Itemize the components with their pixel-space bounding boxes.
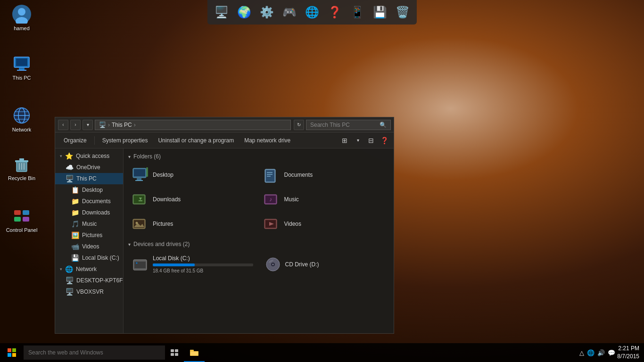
task-view-button[interactable]	[165, 343, 184, 362]
sidebar-label-desktop-kpt: DESKTOP-KPT6F75	[76, 277, 124, 284]
folder-documents-icon	[264, 166, 281, 183]
svg-rect-59	[175, 349, 178, 352]
folders-section-header[interactable]: ▾ Folders (6)	[128, 153, 389, 160]
file-explorer-taskbar-button[interactable]	[184, 343, 205, 362]
folder-music-label: Music	[284, 196, 299, 203]
view-dropdown-button[interactable]: ▾	[352, 135, 363, 146]
svg-rect-19	[14, 210, 21, 215]
sidebar-item-pictures[interactable]: 🖼️ Pictures	[55, 230, 123, 241]
sidebar-item-music[interactable]: 🎵 Music	[55, 218, 123, 230]
toolbar-network-icon[interactable]: 🌍	[234, 2, 255, 23]
system-properties-button[interactable]: System properties	[98, 136, 153, 145]
sidebar-item-desktop-kpt[interactable]: 🖥️ DESKTOP-KPT6F75	[55, 275, 123, 286]
toolbar-help-icon[interactable]: ❓	[324, 2, 345, 23]
toolbar-separator-1	[94, 136, 95, 145]
map-network-button[interactable]: Map network drive	[239, 136, 295, 145]
back-button[interactable]: ‹	[58, 120, 68, 130]
folder-item-music[interactable]: ♪ Music	[260, 188, 389, 211]
sidebar-desktop-kpt-icon: 🖥️	[66, 277, 74, 284]
clock-time: 2:21 PM	[617, 345, 639, 353]
desktop-icon-control-panel[interactable]: Control Panel	[5, 206, 39, 233]
dropdown-button[interactable]: ▾	[83, 120, 93, 130]
folder-desktop-label: Desktop	[153, 172, 173, 178]
sidebar-item-local-disk[interactable]: 💾 Local Disk (C:)	[55, 252, 123, 263]
sidebar-item-quick-access[interactable]: ▾ ⭐ Quick access	[55, 150, 123, 162]
drive-item-d[interactable]: CD Drive (D:)	[261, 251, 389, 277]
svg-rect-27	[146, 167, 148, 177]
sidebar-item-vboxsvr[interactable]: 🖥️ VBOXSVR	[55, 286, 123, 297]
svg-rect-60	[171, 353, 174, 356]
drive-d-info: CD Drive (D:)	[285, 261, 386, 268]
desktop-icon-this-pc[interactable]: This PC	[5, 54, 39, 81]
address-path[interactable]: 🖥️ › This PC ›	[95, 120, 291, 130]
svg-rect-22	[23, 217, 29, 222]
network-tray-icon[interactable]: 🌐	[587, 349, 594, 356]
folder-item-downloads[interactable]: Downloads	[128, 188, 258, 211]
sidebar-item-documents[interactable]: 📁 Documents	[55, 196, 123, 207]
toolbar-gamepad-icon[interactable]: 🎮	[279, 2, 300, 23]
folder-videos-icon	[264, 215, 281, 232]
folder-item-videos[interactable]: Videos	[260, 213, 389, 235]
sidebar-label-this-pc: This PC	[76, 175, 97, 182]
folder-videos-label: Videos	[284, 221, 301, 227]
path-thispc: This PC	[112, 122, 132, 128]
svg-rect-58	[171, 349, 174, 352]
clock-display[interactable]: 2:21 PM 8/7/2015	[617, 345, 639, 361]
desktop-icon-network[interactable]: Network	[5, 106, 39, 132]
toolbar-device-icon[interactable]: 📱	[347, 2, 368, 23]
desktop-icon-recycle-bin[interactable]: Recycle Bin	[5, 155, 39, 181]
sidebar-downloads-icon: 📁	[71, 209, 79, 216]
sidebar-local-disk-icon: 💾	[71, 254, 79, 262]
taskbar-search-input[interactable]	[24, 346, 165, 360]
show-hidden-icon[interactable]: △	[579, 349, 584, 356]
uninstall-button[interactable]: Uninstall or change a program	[153, 136, 239, 145]
sidebar-item-desktop[interactable]: 📋 Desktop	[55, 184, 123, 196]
svg-text:♪: ♪	[269, 196, 272, 203]
notification-icon[interactable]: 💬	[608, 349, 615, 356]
svg-rect-48	[134, 262, 146, 268]
help-button[interactable]: ❓	[379, 135, 390, 146]
sidebar-item-downloads[interactable]: 📁 Downloads	[55, 207, 123, 218]
toolbar-vpn-icon[interactable]: 🌐	[302, 2, 322, 23]
toolbar-monitor-icon[interactable]: 🖥️	[211, 2, 232, 23]
desktop-icon-user[interactable]: hamed	[5, 5, 39, 31]
drive-c-info: Local Disk (C:) 18.4 GB free of 31.5 GB	[153, 255, 253, 273]
drive-item-c[interactable]: Local Disk (C:) 18.4 GB free of 31.5 GB	[128, 251, 257, 277]
sidebar-this-pc-icon: 🖥️	[66, 175, 74, 182]
svg-rect-6	[17, 70, 26, 71]
toolbar-usb-icon[interactable]: 💾	[370, 2, 390, 23]
svg-rect-55	[12, 348, 16, 352]
toolbar-trash-icon[interactable]: 🗑️	[392, 2, 413, 23]
svg-point-52	[272, 263, 273, 265]
folder-item-documents[interactable]: Documents	[260, 164, 389, 186]
sidebar-item-onedrive[interactable]: ☁️ OneDrive	[55, 162, 123, 173]
sidebar-item-network[interactable]: ▾ 🌐 Network	[55, 263, 123, 275]
recycle-bin-icon-label: Recycle Bin	[8, 175, 35, 181]
toolbar-settings-icon[interactable]: ⚙️	[256, 2, 277, 23]
folder-item-desktop[interactable]: Desktop	[128, 164, 258, 186]
view-list-button[interactable]: ⊟	[365, 135, 377, 146]
folder-item-pictures[interactable]: Pictures	[128, 213, 258, 235]
sidebar-label-music: Music	[82, 221, 97, 227]
search-box[interactable]: Search This PC 🔍	[306, 120, 391, 130]
user-icon-label: hamed	[14, 25, 30, 31]
sidebar-vboxsvr-icon: 🖥️	[66, 288, 74, 296]
start-button[interactable]	[0, 343, 24, 362]
drives-section-title: Devices and drives (2)	[133, 241, 190, 247]
organize-button[interactable]: Organize	[59, 136, 91, 145]
sidebar-network-icon: 🌐	[65, 265, 73, 273]
search-placeholder: Search This PC	[310, 122, 350, 128]
sidebar-label-network: Network	[76, 266, 97, 272]
drive-c-name: Local Disk (C:)	[153, 255, 253, 262]
forward-button[interactable]: ›	[70, 120, 81, 130]
sidebar-item-this-pc[interactable]: 🖥️ This PC	[55, 173, 123, 184]
drives-section-header[interactable]: ▾ Devices and drives (2)	[128, 241, 389, 247]
refresh-button[interactable]: ↻	[294, 120, 304, 130]
folder-pictures-label: Pictures	[153, 221, 173, 227]
volume-icon[interactable]: 🔊	[597, 349, 605, 356]
sidebar-item-videos[interactable]: 📹 Videos	[55, 241, 123, 252]
network-icon-label: Network	[12, 127, 31, 132]
view-tiles-button[interactable]: ⊞	[339, 135, 350, 146]
svg-rect-21	[14, 217, 21, 222]
drive-c-icon	[132, 256, 149, 273]
